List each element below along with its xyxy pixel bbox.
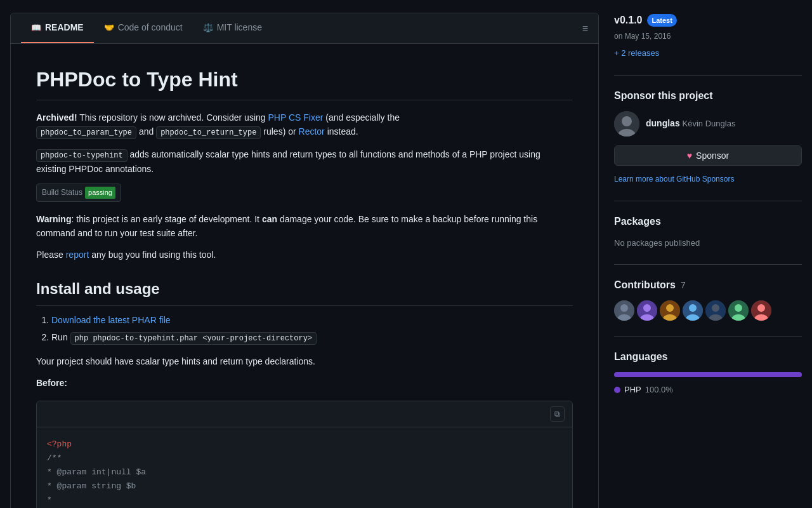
license-icon: ⚖️ (203, 22, 213, 34)
languages-section: Languages PHP 100.0% (614, 349, 802, 396)
divider-1 (614, 75, 802, 76)
step-2: Run php phpdoc-to-typehint.phar <your-pr… (51, 331, 573, 344)
svg-point-7 (643, 304, 651, 312)
divider-2 (614, 201, 802, 201)
sidebar: v0.1.0 Latest on May 15, 2016 + 2 releas… (614, 13, 802, 508)
release-section: v0.1.0 Latest on May 15, 2016 + 2 releas… (614, 13, 802, 60)
report-text: Please report any bug you find using thi… (36, 248, 573, 262)
releases-link[interactable]: + 2 releases (614, 47, 802, 60)
code-return-type: phpdoc_to_return_type (156, 126, 261, 139)
sponsor-btn-label: Sponsor (696, 150, 729, 161)
contributor-7[interactable] (751, 300, 771, 321)
main-code: phpdoc-to-typehint (36, 149, 128, 162)
release-date: on May 15, 2016 (614, 30, 802, 42)
sponsor-username: dunglas (646, 118, 680, 128)
step-1: Download the latest PHAR file (51, 314, 573, 327)
svg-point-16 (712, 304, 719, 312)
sponsor-avatar (614, 111, 639, 137)
readme-title: PHPDoc to Type Hint (36, 64, 573, 100)
packages-heading: Packages (614, 214, 802, 229)
lang-pct: 100.0% (645, 384, 673, 396)
learn-more-link[interactable]: Learn more about GitHub Sponsors (614, 175, 734, 184)
contributor-1[interactable] (614, 300, 634, 321)
main-desc: phpdoc-to-typehint adds automatically sc… (36, 147, 573, 177)
sponsor-heading: Sponsor this project (614, 88, 802, 104)
tab-bar-right: ≡ (582, 21, 588, 36)
contributor-6[interactable] (728, 300, 749, 321)
languages-bar (614, 372, 802, 377)
language-item: PHP 100.0% (614, 384, 802, 396)
readme-icon: 📖 (31, 22, 41, 34)
contributor-2[interactable] (637, 300, 657, 321)
packages-section: Packages No packages published (614, 214, 802, 250)
code-param-type: phpdoc_to_param_type (36, 126, 136, 139)
readme-panel: 📖 README 🤝 Code of conduct ⚖️ MIT licens… (10, 13, 599, 508)
install-heading: Install and usage (36, 277, 573, 306)
readme-content: PHPDoc to Type Hint Archived! This repos… (11, 44, 598, 508)
languages-heading: Languages (614, 349, 802, 364)
divider-3 (614, 264, 802, 265)
lang-name: PHP (624, 384, 641, 396)
archived-notice: Archived! This repository is now archive… (36, 110, 573, 140)
contributors-label: Contributors (614, 277, 676, 293)
sponsor-section: Sponsor this project dunglas Kévin Dungl… (614, 88, 802, 185)
conduct-icon: 🤝 (104, 22, 114, 34)
svg-point-1 (622, 116, 632, 126)
svg-point-19 (735, 304, 742, 312)
svg-point-13 (689, 304, 697, 312)
contributor-5[interactable] (705, 300, 726, 321)
tab-conduct[interactable]: 🤝 Code of conduct (94, 13, 193, 43)
scalar-text: Your project should have scalar type hin… (36, 354, 573, 368)
latest-badge: Latest (647, 14, 676, 27)
lang-dot (614, 387, 620, 393)
svg-point-10 (666, 304, 674, 312)
sponsor-name-block: dunglas Kévin Dunglas (646, 117, 735, 130)
contributor-3[interactable] (660, 300, 680, 321)
tab-list: 📖 README 🤝 Code of conduct ⚖️ MIT licens… (21, 13, 272, 43)
sponsor-user: dunglas Kévin Dunglas (614, 111, 802, 137)
sponsor-button[interactable]: ♥ Sponsor (614, 145, 802, 166)
report-link[interactable]: report (66, 250, 89, 260)
release-tag: v0.1.0 Latest (614, 13, 802, 28)
sponsor-fullname: Kévin Dunglas (683, 119, 736, 128)
tab-readme[interactable]: 📖 README (21, 13, 94, 43)
packages-empty: No packages published (614, 237, 802, 250)
install-steps: Download the latest PHAR file Run php ph… (36, 314, 573, 344)
code-block-content: <?php /** * @param int|null $a * @param … (37, 427, 572, 508)
rector-link[interactable]: Rector (299, 126, 325, 137)
code-block-header: ⧉ (37, 401, 572, 427)
svg-point-22 (757, 304, 765, 312)
contributor-4[interactable] (683, 300, 703, 321)
tab-license[interactable]: ⚖️ MIT license (193, 13, 272, 43)
build-status-badge[interactable]: Build Status passing (36, 184, 121, 202)
heart-icon: ♥ (687, 150, 692, 161)
contributors-heading-row: Contributors 7 (614, 277, 802, 293)
contributors-count: 7 (681, 279, 686, 292)
build-label: Build Status (42, 187, 82, 198)
copy-button[interactable]: ⧉ (550, 406, 565, 422)
svg-point-4 (620, 304, 628, 312)
build-pass: passing (85, 187, 115, 199)
list-icon[interactable]: ≡ (582, 21, 588, 36)
download-link[interactable]: Download the latest PHAR file (51, 315, 171, 325)
php-cs-fixer-link[interactable]: PHP CS Fixer (268, 112, 323, 123)
release-version: v0.1.0 (614, 13, 642, 28)
code-block: ⧉ <?php /** * @param int|null $a * @para… (36, 401, 573, 508)
divider-4 (614, 336, 802, 337)
contributor-avatars (614, 300, 802, 321)
contributors-section: Contributors 7 (614, 277, 802, 321)
warning-text: Warning: this project is an early stage … (36, 212, 573, 241)
tab-bar: 📖 README 🤝 Code of conduct ⚖️ MIT licens… (11, 13, 598, 44)
run-code: php phpdoc-to-typehint.phar <your-projec… (70, 332, 317, 345)
before-label: Before: (36, 376, 573, 390)
